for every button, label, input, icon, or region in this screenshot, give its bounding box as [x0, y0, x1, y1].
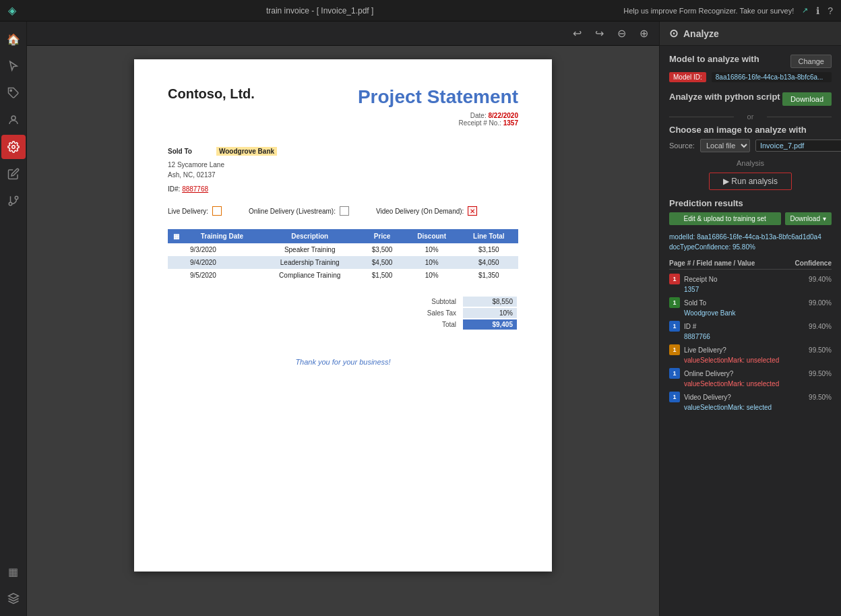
page-badge: 1 — [669, 297, 680, 308]
totals-table: Subtotal $8,550 Sales Tax 10% Total $9,4… — [421, 295, 518, 331]
field-name: Video Delivery? — [684, 394, 805, 401]
model-id-row: Model ID: 8aa16866-16fe-44ca-b13a-8bfc6a… — [669, 72, 832, 82]
confidence-value: 99.40% — [809, 276, 832, 283]
question-icon[interactable]: ? — [828, 5, 833, 16]
panel-body[interactable]: Model to analyze with Change Model ID: 8… — [660, 46, 841, 616]
col-price: Price — [361, 229, 404, 243]
sidebar-item-home[interactable]: 🏠 — [1, 27, 26, 51]
id-label: ID#: — [168, 185, 180, 193]
sidebar-item-table[interactable]: ▦ — [1, 559, 26, 584]
video-delivery-label: Video Delivery (On Demand): — [376, 208, 464, 215]
sales-tax-label: Sales Tax — [422, 308, 462, 318]
top-bar: ◈ train invoice - [ Invoice_1.pdf ] Help… — [0, 0, 841, 22]
confidence-value: 99.40% — [809, 323, 832, 330]
table-row: 9/5/2020 Compliance Training $1,500 10% … — [168, 269, 518, 282]
zoom-in-button[interactable]: ⊕ — [637, 24, 651, 42]
sidebar-item-select[interactable] — [1, 54, 26, 78]
choose-image-section: Choose an image to analyze with Source: … — [669, 125, 832, 152]
col-confidence: Confidence — [795, 259, 832, 267]
sidebar-item-person[interactable] — [1, 108, 26, 132]
field-name: Online Delivery? — [684, 370, 805, 377]
field-value: 8887766 — [669, 333, 832, 340]
col-date: Training Date — [185, 229, 259, 243]
row-discount: 10% — [404, 243, 460, 256]
page-badge: 1 — [669, 321, 680, 332]
svg-point-4 — [15, 196, 18, 199]
row-price: $3,500 — [361, 243, 404, 256]
window-title: train invoice - [ Invoice_1.pdf ] — [266, 6, 373, 16]
address: 12 Sycamore Lane Ash, NC, 02137 — [168, 160, 277, 180]
total-value: $9,405 — [463, 319, 517, 330]
row-date: 9/4/2020 — [185, 256, 259, 269]
change-button[interactable]: Change — [790, 55, 832, 68]
result-item: 1 Receipt No 99.40% 1357 — [669, 272, 832, 293]
download-dropdown-button[interactable]: Download ▾ — [785, 212, 832, 225]
external-link-icon[interactable]: ↗ — [802, 6, 808, 15]
row-date: 9/3/2020 — [185, 243, 259, 256]
top-bar-right: Help us improve Form Recognizer. Take ou… — [623, 5, 833, 16]
receipt-value: 1357 — [503, 119, 518, 127]
field-name: ID # — [684, 323, 805, 330]
result-row: 1 Live Delivery? 99.50% — [669, 343, 832, 357]
col-discount: Discount — [404, 229, 460, 243]
col-icon: ▦ — [168, 229, 185, 243]
row-total: $3,150 — [460, 243, 518, 256]
total-label: Total — [422, 319, 462, 330]
model-id-info-label: modelId: — [669, 233, 695, 241]
confidence-value: 99.50% — [809, 394, 832, 401]
model-to-analyze-section: Model to analyze with Change Model ID: 8… — [669, 54, 832, 82]
subtotal-value: $8,550 — [463, 297, 517, 307]
result-item: 1 Video Delivery? 99.50% valueSelectionM… — [669, 390, 832, 411]
prediction-results-section: Prediction results Edit & upload to trai… — [669, 198, 832, 411]
video-delivery-box: ✕ — [468, 206, 477, 216]
survey-text: Help us improve Form Recognizer. Take ou… — [623, 7, 794, 15]
file-input[interactable] — [755, 140, 841, 152]
run-analysis-button[interactable]: ▶ Run analysis — [709, 173, 792, 190]
sidebar-item-tag[interactable] — [1, 81, 26, 105]
page-badge: 1 — [669, 368, 680, 379]
row-icon — [168, 269, 185, 282]
company-name: Contoso, Ltd. — [168, 86, 255, 102]
chevron-down-icon: ▾ — [823, 215, 826, 222]
info-icon[interactable]: ℹ — [816, 5, 819, 16]
checkboxes-row: Live Delivery: Online Delivery (Livestre… — [168, 206, 518, 216]
invoice-meta: Date: 8/22/2020 Receipt # No.: 1357 — [358, 112, 518, 127]
totals-section: Subtotal $8,550 Sales Tax 10% Total $9,4… — [168, 295, 518, 331]
analyze-icon: ⊙ — [669, 27, 678, 40]
col-total: Line Total — [460, 229, 518, 243]
row-discount: 10% — [404, 256, 460, 269]
model-info: modelId: 8aa16866-16fe-44ca-b13a-8bfc6ad… — [669, 232, 832, 252]
doc-confidence-label: docTypeConfidence: — [669, 243, 730, 251]
redo-button[interactable]: ↪ — [592, 24, 606, 42]
sidebar-item-compose[interactable] — [1, 162, 26, 186]
field-value: 1357 — [669, 286, 832, 293]
page-badge: 1 — [669, 392, 680, 402]
download-button[interactable]: Download — [782, 92, 832, 106]
pdf-toolbar: ↩ ↪ ⊖ ⊕ — [27, 22, 659, 46]
field-name: Receipt No — [684, 276, 805, 283]
results-list: 1 Receipt No 99.40% 1357 1 Sold To 99.00… — [669, 272, 832, 411]
row-desc: Compliance Training — [259, 269, 361, 282]
sidebar-item-layers[interactable] — [1, 586, 26, 611]
undo-button[interactable]: ↩ — [570, 24, 584, 42]
field-value: valueSelectionMark: unselected — [669, 357, 832, 364]
source-select[interactable]: Local file — [700, 139, 750, 152]
source-row: Source: Local file — [669, 139, 832, 152]
online-delivery-label: Online Delivery (Livestream): — [249, 208, 336, 215]
invoice-header: Contoso, Ltd. Project Statement Date: 8/… — [168, 86, 518, 127]
confidence-value: 99.00% — [809, 299, 832, 307]
sidebar-item-settings[interactable] — [1, 135, 26, 159]
doc-title: Project Statement — [358, 86, 518, 108]
live-delivery-box — [212, 206, 222, 216]
result-item: 1 ID # 99.40% 8887766 — [669, 319, 832, 340]
svg-point-5 — [9, 202, 12, 206]
row-desc: Leadership Training — [259, 256, 361, 269]
edit-upload-button[interactable]: Edit & upload to training set — [669, 212, 781, 225]
pdf-viewer[interactable]: ↩ ↪ ⊖ ⊕ Contoso, Ltd. Project Statement … — [27, 22, 659, 616]
table-row: 9/3/2020 Speaker Training $3,500 10% $3,… — [168, 243, 518, 256]
subtotal-label: Subtotal — [422, 297, 462, 307]
sidebar-item-branch[interactable] — [1, 189, 26, 213]
zoom-out-button[interactable]: ⊖ — [615, 24, 629, 42]
or-divider: or — [669, 113, 832, 121]
row-desc: Speaker Training — [259, 243, 361, 256]
